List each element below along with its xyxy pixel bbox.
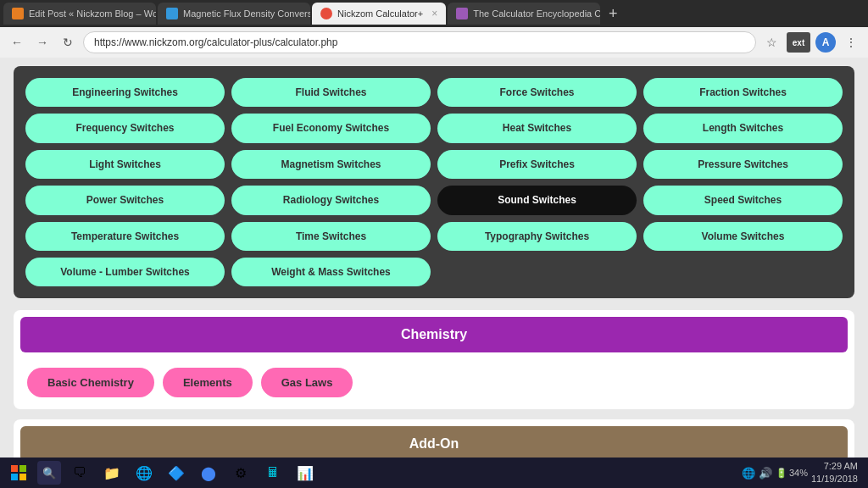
- clock-date: 11/19/2018: [811, 473, 858, 485]
- extensions-icon[interactable]: ext: [787, 32, 810, 53]
- length-switches-btn[interactable]: Length Switches: [643, 114, 843, 142]
- gas-laws-btn[interactable]: Gas Laws: [261, 368, 353, 397]
- address-bar-row: ← → ↻ ☆ ext A ⋮: [0, 27, 868, 58]
- switches-section: Engineering Switches Fluid Switches Forc…: [14, 66, 854, 298]
- taskbar-settings[interactable]: ⚙: [225, 458, 256, 488]
- taskbar-cortana[interactable]: 🗨: [64, 458, 95, 488]
- fuel-economy-switches-btn[interactable]: Fuel Economy Switches: [231, 114, 431, 142]
- avatar-icon[interactable]: A: [815, 32, 836, 53]
- taskbar-file-explorer[interactable]: 📁: [97, 458, 127, 488]
- address-input[interactable]: [83, 31, 756, 53]
- tab-3-favicon: [320, 8, 332, 19]
- tab-bar: Edit Post « Nickzom Blog – Wor… × Magnet…: [0, 0, 868, 27]
- menu-icon[interactable]: ⋮: [841, 32, 861, 53]
- taskbar-chrome[interactable]: ⬤: [193, 458, 224, 488]
- sound-switches-btn[interactable]: Sound Switches: [437, 186, 637, 214]
- magnetism-switches-btn[interactable]: Magnetism Switches: [231, 150, 431, 179]
- tab-4-label: The Calculator Encyclopedia Co…: [473, 8, 600, 19]
- taskbar-excel[interactable]: 📊: [290, 458, 320, 488]
- switches-grid: Engineering Switches Fluid Switches Forc…: [25, 78, 843, 286]
- chemistry-header: Chemistry: [20, 317, 848, 352]
- taskbar-ie[interactable]: 🔷: [161, 458, 192, 488]
- power-switches-btn[interactable]: Power Switches: [25, 186, 225, 214]
- basic-chemistry-btn[interactable]: Basic Chemistry: [27, 368, 154, 397]
- svg-rect-2: [11, 474, 18, 480]
- elements-btn[interactable]: Elements: [163, 368, 253, 397]
- addon-section: Add-On Economics Geology: [14, 419, 854, 461]
- taskbar: 🔍 🗨 📁 🌐 🔷 ⬤ ⚙ 🖩 📊 🌐 🔊 🔋 34% 7:29 AM 11/1…: [0, 458, 868, 488]
- volume-lumber-switches-btn[interactable]: Volume - Lumber Switches: [25, 258, 225, 286]
- addon-header: Add-On: [20, 426, 848, 461]
- tab-1-favicon: [12, 8, 24, 19]
- svg-rect-1: [19, 465, 26, 472]
- page-content: Engineering Switches Fluid Switches Forc…: [0, 58, 868, 461]
- windows-icon: [11, 465, 26, 480]
- battery-level: 34%: [789, 468, 808, 478]
- taskbar-right: 🌐 🔊 🔋 34% 7:29 AM 11/19/2018: [742, 460, 865, 486]
- speed-switches-btn[interactable]: Speed Switches: [643, 186, 843, 214]
- frequency-switches-btn[interactable]: Frequency Switches: [25, 114, 225, 142]
- fraction-switches-btn[interactable]: Fraction Switches: [643, 78, 843, 107]
- fluid-switches-btn[interactable]: Fluid Switches: [231, 78, 431, 107]
- light-switches-btn[interactable]: Light Switches: [25, 150, 225, 179]
- tab-4-favicon: [456, 8, 468, 19]
- tab-3-label: Nickzom Calculator+: [337, 8, 423, 19]
- clock-time: 7:29 AM: [811, 460, 858, 473]
- taskbar-network-icon: 🌐: [742, 467, 755, 480]
- pressure-switches-btn[interactable]: Pressure Switches: [643, 150, 843, 179]
- svg-rect-3: [19, 474, 26, 480]
- star-icon[interactable]: ☆: [761, 32, 782, 53]
- forward-button[interactable]: →: [32, 32, 53, 53]
- heat-switches-btn[interactable]: Heat Switches: [437, 114, 637, 142]
- radiology-switches-btn[interactable]: Radiology Switches: [231, 186, 431, 214]
- volume-switches-btn[interactable]: Volume Switches: [643, 222, 843, 251]
- refresh-button[interactable]: ↻: [58, 32, 78, 53]
- force-switches-btn[interactable]: Force Switches: [437, 78, 637, 107]
- weight-mass-switches-btn[interactable]: Weight & Mass Switches: [231, 258, 431, 286]
- time-switches-btn[interactable]: Time Switches: [231, 222, 431, 251]
- battery-icon: 🔋: [776, 468, 787, 479]
- tab-2[interactable]: Magnetic Flux Density Conversio… ×: [158, 3, 310, 25]
- taskbar-items: 🗨 📁 🌐 🔷 ⬤ ⚙ 🖩 📊: [64, 458, 738, 488]
- chemistry-section: Chemistry Basic Chemistry Elements Gas L…: [14, 310, 854, 409]
- tab-4[interactable]: The Calculator Encyclopedia Co… ×: [448, 3, 600, 25]
- tab-2-label: Magnetic Flux Density Conversio…: [183, 8, 310, 19]
- taskbar-edge[interactable]: 🌐: [129, 458, 159, 488]
- tab-3-close[interactable]: ×: [431, 8, 437, 19]
- start-button[interactable]: [3, 458, 34, 488]
- back-button[interactable]: ←: [7, 32, 27, 53]
- browser-chrome: Edit Post « Nickzom Blog – Wor… × Magnet…: [0, 0, 868, 58]
- taskbar-calc[interactable]: 🖩: [258, 458, 288, 488]
- search-button[interactable]: 🔍: [37, 461, 61, 485]
- typography-switches-btn[interactable]: Typography Switches: [437, 222, 637, 251]
- taskbar-volume-icon: 🔊: [759, 467, 772, 480]
- chemistry-items: Basic Chemistry Elements Gas Laws: [14, 359, 854, 409]
- prefix-switches-btn[interactable]: Prefix Switches: [437, 150, 637, 179]
- new-tab-button[interactable]: +: [602, 3, 624, 25]
- tab-3[interactable]: Nickzom Calculator+ ×: [312, 3, 446, 25]
- svg-rect-0: [11, 465, 18, 472]
- tab-1-label: Edit Post « Nickzom Blog – Wor…: [29, 8, 156, 19]
- tab-2-favicon: [166, 8, 178, 19]
- temperature-switches-btn[interactable]: Temperature Switches: [25, 222, 225, 251]
- battery-indicator: 🔋 34%: [776, 468, 808, 479]
- tab-1[interactable]: Edit Post « Nickzom Blog – Wor… ×: [3, 3, 156, 25]
- clock[interactable]: 7:29 AM 11/19/2018: [811, 460, 858, 486]
- engineering-switches-btn[interactable]: Engineering Switches: [25, 78, 225, 107]
